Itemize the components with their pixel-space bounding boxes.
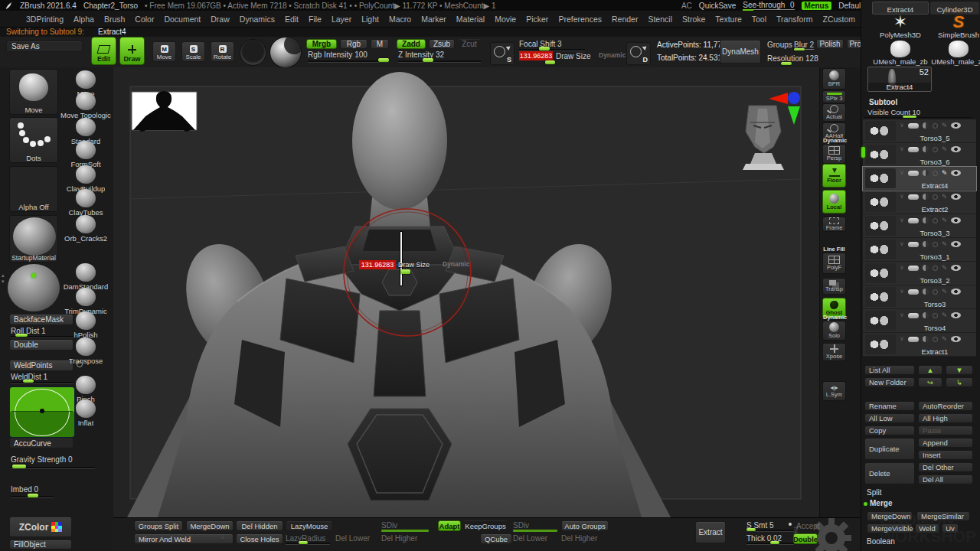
half-visibility-icon[interactable]: [923, 265, 929, 271]
tool-item[interactable]: UMesh_male_zb: [872, 41, 929, 66]
del-higher-label-1[interactable]: Del Higher: [381, 534, 417, 543]
close-holes-button[interactable]: Close Holes: [236, 533, 283, 544]
subtool-row[interactable]: ∨ ✎ Extract2: [863, 191, 976, 214]
del-other-button[interactable]: Del Other: [918, 462, 973, 472]
menu-item[interactable]: Document: [164, 15, 201, 24]
chevron-down-icon[interactable]: ∨: [900, 170, 904, 176]
strip-toggle-button[interactable]: Line Fill PolyF: [822, 253, 846, 274]
see-through-slider[interactable]: See-through 0: [743, 1, 794, 10]
strip-toggle-button[interactable]: ◂|▸ L.Sym: [822, 381, 846, 401]
zsub-button[interactable]: Zsub: [429, 39, 455, 49]
delete-button[interactable]: Delete: [864, 462, 915, 484]
eye-visibility-icon[interactable]: [951, 289, 961, 295]
chevron-down-icon[interactable]: ∨: [900, 336, 904, 342]
accucurve-label-button[interactable]: AccuCurve: [9, 438, 74, 448]
menu-item[interactable]: Macro: [389, 15, 411, 24]
menu-item[interactable]: File: [309, 15, 322, 24]
polypaint-icon[interactable]: [908, 194, 919, 200]
uv-button[interactable]: Uv: [942, 523, 959, 533]
half-visibility-icon[interactable]: [923, 194, 929, 200]
panel-divider-arrows-icon[interactable]: ▴▾: [2, 272, 5, 285]
subtool-row[interactable]: ∨ ✎ Torso3_6: [863, 143, 976, 167]
material-preview-icon[interactable]: [270, 37, 302, 68]
lazyradius-handle[interactable]: [299, 541, 308, 544]
strip-toggle-button[interactable]: Frame: [822, 217, 846, 232]
rgb-intensity-handle[interactable]: [378, 58, 389, 62]
menu-item[interactable]: Stroke: [682, 15, 705, 24]
half-visibility-icon[interactable]: [923, 289, 929, 295]
move-out-folder-button[interactable]: ↪: [918, 377, 942, 387]
new-folder-button[interactable]: New Folder: [864, 377, 915, 387]
dynamic-mode-label[interactable]: Dynamic: [599, 51, 626, 59]
menu-item[interactable]: Brush: [104, 15, 125, 24]
insert-button[interactable]: Insert: [918, 450, 973, 460]
edit-pen-icon[interactable]: ✎: [942, 122, 948, 129]
polypaint-icon[interactable]: [908, 242, 919, 247]
menu-item[interactable]: Transform: [776, 15, 812, 24]
strip-toggle-button[interactable]: Transp: [822, 278, 846, 295]
menu-item[interactable]: Edit: [285, 15, 299, 24]
del-higher-label-2[interactable]: Del Higher: [561, 534, 597, 543]
uv-icon[interactable]: [933, 242, 938, 247]
chevron-down-icon[interactable]: ∨: [900, 241, 904, 247]
focal-shift-track[interactable]: [519, 49, 585, 51]
qcube-button[interactable]: QCube: [480, 533, 512, 544]
edit-pen-icon[interactable]: ✎: [942, 217, 948, 224]
sdiv-slider-1[interactable]: [381, 530, 429, 532]
uv-icon[interactable]: [933, 289, 938, 295]
chevron-down-icon[interactable]: ∨: [900, 122, 904, 129]
groups-split-button[interactable]: Groups Split: [134, 520, 183, 531]
eye-visibility-icon[interactable]: [951, 122, 961, 129]
visible-count-handle[interactable]: [903, 116, 916, 118]
brush-item[interactable]: Move Topological: [61, 92, 110, 119]
autoreorder-button[interactable]: AutoReorder: [918, 401, 973, 411]
eye-visibility-icon[interactable]: [951, 265, 961, 271]
half-visibility-icon[interactable]: [923, 336, 929, 342]
weld-button[interactable]: Weld: [915, 523, 939, 533]
menu-item[interactable]: Color: [135, 15, 154, 24]
subtool-row[interactable]: ∨ ✎ Torso3_3: [863, 214, 976, 238]
resolution-handle[interactable]: [781, 62, 792, 65]
edit-pen-icon[interactable]: ✎: [942, 336, 948, 343]
merge-section-header[interactable]: Merge: [870, 499, 892, 507]
menus-button[interactable]: Menus: [802, 2, 832, 10]
edit-pen-icon[interactable]: ✎: [942, 146, 948, 153]
stroke-curve-d-icon[interactable]: D: [626, 42, 651, 65]
paste-button[interactable]: Paste: [918, 425, 973, 435]
subtool-row[interactable]: ∨ ✎ Torso4: [863, 309, 976, 333]
copy-button[interactable]: Copy: [864, 425, 915, 435]
roll-dist-handle[interactable]: [15, 334, 28, 337]
menu-item[interactable]: Preferences: [558, 15, 602, 24]
subtool-row[interactable]: ∨ ✎ Torso3_5: [863, 119, 976, 143]
draw-mode-button[interactable]: Draw: [119, 37, 145, 65]
brush-item[interactable]: Orb_Cracks2: [61, 215, 110, 243]
uv-icon[interactable]: [933, 313, 938, 318]
strip-toggle-button[interactable]: Floor: [822, 164, 846, 187]
m-button[interactable]: M: [371, 39, 389, 49]
rgb-button[interactable]: Rgb: [340, 39, 368, 49]
all-high-button[interactable]: All High: [918, 413, 973, 423]
brush-item[interactable]: ClayTubes: [61, 189, 110, 217]
strip-toggle-button[interactable]: Actual: [822, 103, 846, 122]
mergevisible-button[interactable]: MergeVisible: [867, 523, 913, 533]
strip-toggle-button[interactable]: Xpose: [822, 343, 846, 361]
color-picker[interactable]: [8, 264, 60, 311]
lazymouse-button[interactable]: LazyMouse: [286, 520, 333, 531]
edit-pen-icon[interactable]: ✎: [942, 312, 948, 319]
stroke-type-button[interactable]: Dots: [9, 117, 58, 163]
edit-pen-icon[interactable]: ✎: [942, 194, 948, 201]
polish-button[interactable]: Polish: [816, 39, 844, 49]
strip-toggle-button[interactable]: Local: [822, 190, 846, 214]
brush-item[interactable]: DamStandard: [61, 263, 110, 291]
edit-pen-icon[interactable]: ✎: [942, 289, 948, 295]
edit-pen-icon[interactable]: ✎: [942, 241, 948, 248]
uv-icon[interactable]: [933, 147, 938, 152]
menu-item[interactable]: ZCustom: [822, 15, 855, 24]
menu-item[interactable]: 3DPrinting: [26, 15, 64, 24]
subtool-row[interactable]: ∨ ✎ Extract4: [863, 167, 976, 191]
strip-toggle-button[interactable]: SPix 3: [822, 90, 846, 103]
fillobject-button[interactable]: FillObject: [9, 540, 72, 549]
all-low-button[interactable]: All Low: [864, 413, 915, 423]
mirror-and-weld-button[interactable]: Mirror And Weld: [134, 533, 234, 544]
tool-item[interactable]: ✶ PolyMesh3D: [872, 14, 929, 39]
